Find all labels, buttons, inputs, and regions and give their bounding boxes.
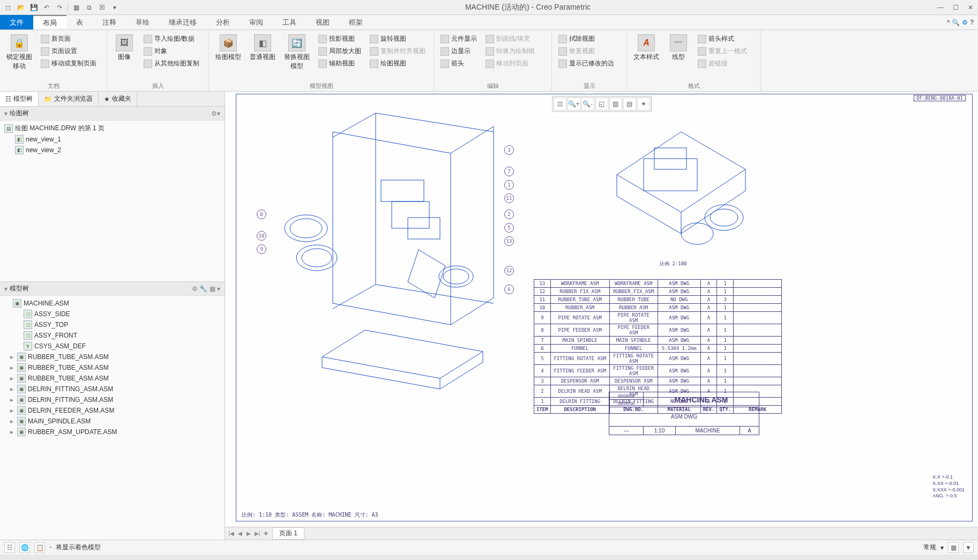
tab-folder-browser[interactable]: 📁文件夹浏览器	[39, 92, 99, 106]
tree-item[interactable]: ▸▣DELRIN_FITTING_ASM.ASM	[0, 394, 225, 405]
line-style-button[interactable]: 〰线型	[663, 32, 693, 64]
sheet-tab[interactable]: 页面 1	[272, 527, 304, 540]
arrowhead-button[interactable]: 箭头	[438, 58, 479, 69]
expand-icon[interactable]: ▸	[9, 396, 15, 404]
projection-view-button[interactable]: 投影视图	[316, 33, 363, 44]
balloon[interactable]: 12	[504, 266, 514, 275]
open-icon[interactable]: 📂	[15, 2, 27, 13]
section-fill-button[interactable]: 剖面线/填充	[483, 33, 537, 44]
tree-item[interactable]: ▸▣RUBBER_TUBE_ASM.ASM	[0, 373, 225, 384]
windows-icon[interactable]: ⧉	[83, 2, 95, 13]
balloon[interactable]: 9	[257, 244, 266, 254]
convert-draft-button[interactable]: 转换为绘制组	[483, 46, 537, 57]
expand-icon[interactable]: ▸	[9, 385, 15, 393]
save-icon[interactable]: 💾	[28, 2, 40, 13]
tab-inherit[interactable]: 继承迁移	[159, 15, 206, 29]
lock-view-move-button[interactable]: 🔒 锁定视图 移动	[2, 32, 36, 73]
balloon[interactable]: 6	[504, 285, 514, 294]
expand-icon[interactable]: ▸	[9, 375, 15, 382]
arrow-style-button[interactable]: 箭头样式	[696, 33, 749, 44]
edge-display-button[interactable]: 边显示	[438, 46, 479, 57]
drawing-canvas[interactable]: ⊡ 🔍+ 🔍- ◱ ▨ ▤ ✦ OF:BENG-0018A-01	[225, 92, 978, 527]
sb-clipboard-icon[interactable]: 📋	[34, 542, 45, 553]
maximize-button[interactable]: ☐	[948, 0, 963, 15]
tree-item[interactable]: ↯CSYS_ASM_DEF	[0, 341, 225, 352]
tree-item[interactable]: ▸▣DELRIN_FITTING_ASM.ASM	[0, 384, 225, 394]
sb-tree-icon[interactable]: ☷	[4, 542, 15, 553]
refit-icon[interactable]: ◱	[595, 98, 608, 110]
status-mode[interactable]: 常规	[923, 543, 936, 552]
balloon[interactable]: 13	[504, 236, 514, 246]
balloon[interactable]: 7	[504, 167, 514, 176]
tree-tools-icon[interactable]: ⚙ 🔧 ▦ ▾	[192, 285, 220, 293]
replace-view-button[interactable]: 🔄替换视图 模型	[280, 32, 314, 73]
tab-frame[interactable]: 框架	[339, 15, 372, 29]
tab-favorites[interactable]: ★收藏夹	[99, 92, 137, 106]
tree-item[interactable]: ▸▣MAIN_SPINDLE.ASM	[0, 416, 225, 427]
drawing-model-button[interactable]: 📦绘图模型	[211, 32, 245, 64]
balloon[interactable]: 11	[504, 193, 514, 203]
named-views-icon[interactable]: ✦	[637, 98, 650, 110]
tree-item[interactable]: ◧new_view_2	[0, 145, 225, 155]
object-button[interactable]: 对象	[141, 46, 201, 57]
prev-sheet-icon[interactable]: ◀	[236, 529, 244, 538]
tree-item[interactable]: ▸▣RUBBER_TUBE_ASM.ASM	[0, 352, 225, 362]
expand-icon[interactable]: ▸	[9, 353, 15, 361]
copy-align-view-button[interactable]: 复制并对齐视图	[368, 46, 428, 57]
text-style-button[interactable]: A文本样式	[629, 32, 663, 64]
chevron-down-icon[interactable]: ▾	[940, 544, 944, 551]
sb-globe-icon[interactable]: 🌐	[19, 542, 30, 553]
expand-icon[interactable]: ▸	[9, 407, 15, 414]
tab-file[interactable]: 文件	[0, 15, 33, 29]
tree-item[interactable]: ◻ASSY_SIDE	[0, 309, 225, 319]
saved-views-icon[interactable]: ▤	[623, 98, 636, 110]
erase-view-button[interactable]: 拭除视图	[556, 33, 616, 44]
tree-options-icon[interactable]: ⚙▾	[211, 110, 220, 117]
balloon[interactable]: 1	[504, 180, 514, 190]
image-button[interactable]: 🖼 图像	[109, 32, 139, 64]
search-icon[interactable]: 🔍	[952, 19, 960, 26]
collapse-ribbon-icon[interactable]: ^	[947, 19, 950, 26]
tree-item[interactable]: ◻ASSY_FRONT	[0, 330, 225, 341]
aux-view-button[interactable]: 辅助视图	[316, 58, 363, 69]
general-view-button[interactable]: ◧普通视图	[245, 32, 280, 64]
drawing-view-button[interactable]: 绘图视图	[368, 58, 428, 69]
new-page-button[interactable]: 新页面	[39, 33, 99, 44]
close-win-icon[interactable]: ☒	[96, 2, 108, 13]
from-other-drawing-button[interactable]: 从其他绘图复制	[141, 58, 201, 69]
display-style-icon[interactable]: ▨	[609, 98, 622, 110]
tab-tools[interactable]: 工具	[273, 15, 306, 29]
balloon[interactable]: 10	[257, 231, 266, 241]
expand-icon[interactable]: ▸	[9, 428, 15, 436]
zoom-in-icon[interactable]: 🔍+	[568, 98, 580, 110]
sb-filter-icon[interactable]: ▼	[963, 542, 974, 553]
sb-display-icon[interactable]: ▦	[948, 542, 959, 553]
tree-item[interactable]: ▣MACHINE.ASM	[0, 298, 225, 309]
more-icon[interactable]: ▾	[109, 2, 121, 13]
minimize-button[interactable]: —	[933, 0, 948, 15]
balloon[interactable]: 2	[504, 210, 514, 219]
tab-table[interactable]: 表	[66, 15, 93, 29]
balloon[interactable]: 8	[257, 210, 266, 219]
page-setup-button[interactable]: 页面设置	[39, 46, 99, 57]
hyperlink-button[interactable]: 超链接	[696, 58, 749, 69]
tab-review[interactable]: 审阅	[240, 15, 273, 29]
regen-icon[interactable]: ▦	[70, 2, 82, 13]
help-icon[interactable]: ?	[970, 19, 974, 26]
expand-icon[interactable]: ▸	[9, 417, 15, 425]
tab-layout[interactable]: 布局	[33, 15, 66, 29]
close-button[interactable]: ✕	[963, 0, 978, 15]
zoom-fit-icon[interactable]: ⊡	[554, 98, 566, 110]
tree-item[interactable]: ▤绘图 MACHINE.DRW 的第 1 页	[0, 123, 225, 134]
tab-view[interactable]: 视图	[306, 15, 339, 29]
move-to-page-button[interactable]: 移动到页面	[483, 58, 537, 69]
tab-analysis[interactable]: 分析	[206, 15, 240, 29]
tab-annotate[interactable]: 注释	[93, 15, 126, 29]
undo-icon[interactable]: ↶	[41, 2, 53, 13]
add-sheet-icon[interactable]: ✚	[262, 529, 270, 538]
first-sheet-icon[interactable]: |◀	[227, 529, 236, 538]
gear-icon[interactable]: ⚙	[962, 19, 968, 26]
next-sheet-icon[interactable]: ▶	[244, 529, 253, 538]
redo-icon[interactable]: ↷	[54, 2, 65, 13]
detail-view-button[interactable]: 局部放大图	[316, 46, 363, 57]
